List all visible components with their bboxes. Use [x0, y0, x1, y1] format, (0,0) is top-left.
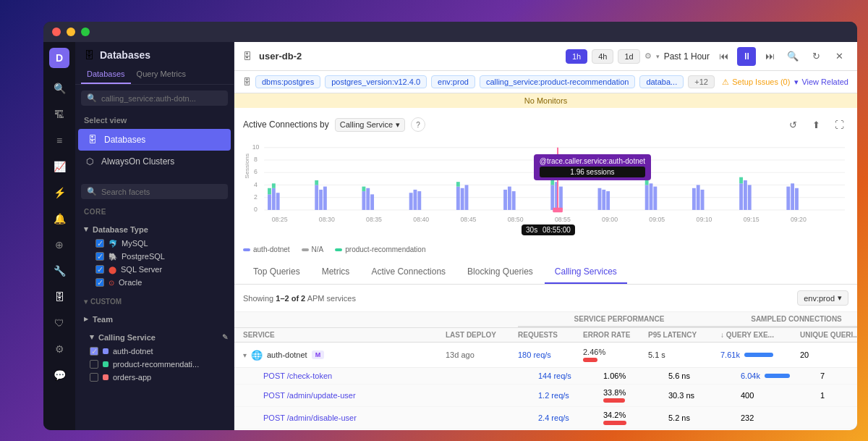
- globe-icon: 🌐: [251, 350, 263, 361]
- synthetics-icon[interactable]: ⊕: [48, 233, 71, 256]
- chart-export-icon[interactable]: ⬆: [807, 115, 825, 134]
- env-filter-select[interactable]: env:prod ▾: [797, 290, 848, 306]
- tag-calling-service[interactable]: calling_service:product-recommendation: [480, 75, 635, 88]
- content-tabs: Top Queries Metrics Active Connections B…: [234, 261, 857, 285]
- integrations-icon[interactable]: 🔧: [48, 259, 71, 282]
- facet-sqlserver[interactable]: ✓ ⬤ SQL Server: [81, 263, 228, 276]
- calling-service-header[interactable]: ▾ Calling Service ✎: [75, 329, 234, 345]
- sub-query-2: 400: [741, 391, 820, 400]
- time-4h-btn[interactable]: 4h: [592, 49, 613, 64]
- tag-databa[interactable]: databa...: [639, 75, 684, 88]
- svg-rect-25: [456, 187, 460, 210]
- chart-refresh-icon[interactable]: ↺: [783, 115, 802, 134]
- logs-icon[interactable]: ≡: [48, 129, 71, 152]
- tab-query-metrics[interactable]: Query Metrics: [131, 65, 192, 84]
- search-icon[interactable]: 🔍: [48, 77, 71, 100]
- sqlserver-checkbox[interactable]: ✓: [95, 265, 104, 274]
- tag-pg-version[interactable]: postgres_version:v12.4.0: [325, 75, 427, 88]
- prev-time-btn[interactable]: ⏮: [714, 47, 733, 66]
- expand-btn[interactable]: ▾: [243, 351, 247, 359]
- mysql-checkbox[interactable]: ✓: [95, 239, 104, 248]
- search-icon-small: 🔍: [87, 93, 97, 103]
- tags-bar: 🗄 dbms:postgres postgres_version:v12.4.0…: [234, 71, 857, 93]
- svg-rect-46: [786, 187, 790, 210]
- chart-group-by-select[interactable]: Calling Service ▾: [335, 118, 405, 132]
- tab-databases[interactable]: Databases: [81, 65, 131, 84]
- chat-icon[interactable]: 💬: [48, 364, 71, 387]
- left-panel-header: 🗄 Databases: [75, 42, 234, 65]
- tab-top-queries[interactable]: Top Queries: [243, 261, 310, 284]
- security-icon[interactable]: 🛡: [48, 311, 71, 335]
- settings-icon[interactable]: ⚙: [48, 337, 71, 361]
- refresh-btn[interactable]: ↻: [807, 47, 825, 66]
- oracle-checkbox[interactable]: ✓: [95, 278, 104, 287]
- database-type-header[interactable]: ▾ Database Type: [81, 222, 228, 237]
- monitors-icon[interactable]: 🔔: [48, 207, 71, 230]
- nav-alwayson[interactable]: ⬡ AlwaysOn Clusters: [75, 151, 234, 172]
- endpoint-check-token[interactable]: POST /check-token: [263, 371, 466, 380]
- facet-search-box[interactable]: 🔍: [81, 184, 228, 199]
- error-bar: [583, 358, 597, 362]
- svg-text:0: 0: [254, 206, 258, 213]
- zoom-out-btn[interactable]: 🔍: [783, 47, 802, 66]
- sub-query-3: 232: [741, 413, 820, 422]
- close-btn[interactable]: ✕: [830, 47, 848, 66]
- database-icon[interactable]: 🗄: [48, 285, 71, 308]
- endpoint-update-user[interactable]: POST /admin/update-user: [263, 391, 466, 400]
- team-header[interactable]: ▸ Team: [81, 311, 228, 327]
- svg-rect-41: [697, 185, 700, 209]
- left-panel-tabs: Databases Query Metrics: [75, 65, 234, 85]
- chevron-right-icon-team: ▸: [84, 314, 88, 324]
- cs-item-auth-dotnet[interactable]: ✓ auth-dotnet: [75, 345, 234, 358]
- metrics-icon[interactable]: ⚡: [48, 181, 71, 204]
- sub-row-1: POST /check-token 144 req/s 1.06% 5.6 ns…: [234, 368, 857, 385]
- facet-mysql[interactable]: ✓ 🐬 MySQL: [81, 237, 228, 250]
- svg-text:2: 2: [254, 193, 258, 200]
- close-button[interactable]: [52, 28, 61, 36]
- svg-text:8: 8: [254, 156, 258, 163]
- maximize-button[interactable]: [81, 28, 90, 36]
- cs-orders-app-checkbox[interactable]: [90, 373, 98, 382]
- setup-issues[interactable]: ⚠ Setup Issues (0): [722, 77, 790, 87]
- chart-legend: auth-dotnet N/A product-recommendation: [243, 245, 848, 253]
- facet-oracle[interactable]: ✓ ⊙ Oracle: [81, 276, 228, 289]
- svg-text:4: 4: [254, 180, 258, 188]
- postgresql-checkbox[interactable]: ✓: [95, 252, 104, 261]
- endpoint-disable-user[interactable]: POST /admin/disable-user: [263, 413, 466, 422]
- minimize-button[interactable]: [67, 28, 75, 36]
- tab-metrics[interactable]: Metrics: [312, 261, 360, 284]
- facet-search-input[interactable]: [101, 188, 222, 196]
- tag-env[interactable]: env:prod: [431, 75, 475, 88]
- tab-blocking-queries[interactable]: Blocking Queries: [457, 261, 543, 284]
- tag-more[interactable]: +12: [688, 75, 715, 88]
- tag-dbms[interactable]: dbms:postgres: [255, 75, 320, 88]
- chart-info-icon[interactable]: ?: [411, 117, 425, 132]
- apm-icon[interactable]: 📈: [48, 155, 71, 178]
- search-input[interactable]: [101, 94, 222, 103]
- time-1h-btn[interactable]: 1h: [566, 49, 587, 64]
- chart-area: Active Connections by Calling Service ▾ …: [234, 108, 857, 261]
- tab-calling-services[interactable]: Calling Services: [545, 261, 627, 284]
- sub-row-3: POST /admin/disable-user 2.4 req/s 34.2%…: [234, 407, 857, 429]
- svg-text:09:20: 09:20: [791, 216, 807, 223]
- svg-text:09:00: 09:00: [602, 216, 618, 223]
- time-1d-btn[interactable]: 1d: [618, 49, 639, 64]
- error-bar-wrap: [583, 358, 648, 362]
- chart-expand-icon[interactable]: ⛶: [830, 115, 848, 134]
- svg-rect-30: [512, 191, 516, 210]
- query-bar: [744, 353, 773, 357]
- cs-item-product-rec[interactable]: product-recommendati...: [75, 358, 234, 371]
- view-related-btn[interactable]: ▾ View Related: [794, 77, 848, 87]
- pause-btn[interactable]: ⏸: [737, 47, 756, 66]
- cs-auth-dotnet-checkbox[interactable]: ✓: [90, 347, 98, 356]
- tab-active-connections[interactable]: Active Connections: [361, 261, 456, 284]
- search-box[interactable]: 🔍: [81, 91, 228, 106]
- facet-postgresql[interactable]: ✓ 🐘 PostgreSQL: [81, 250, 228, 263]
- next-time-btn[interactable]: ⏭: [760, 47, 779, 66]
- requests-val: 180 req/s: [518, 350, 583, 359]
- nav-databases[interactable]: 🗄 Databases: [78, 129, 231, 151]
- core-section-header: CORE: [75, 202, 234, 219]
- cs-product-rec-checkbox[interactable]: [90, 360, 98, 369]
- infrastructure-icon[interactable]: 🏗: [48, 103, 71, 126]
- cs-item-orders-app[interactable]: orders-app: [75, 371, 234, 384]
